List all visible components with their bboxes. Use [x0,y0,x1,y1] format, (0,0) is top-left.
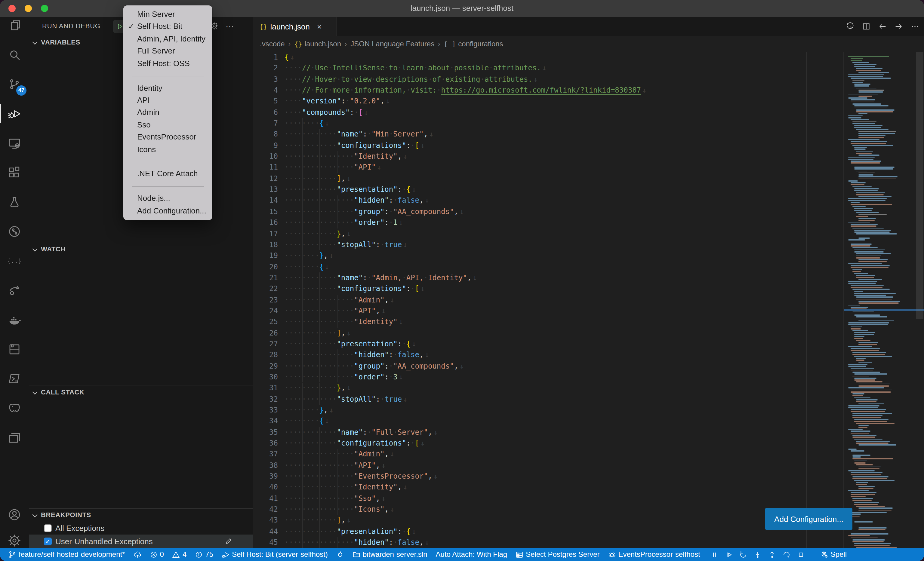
more-actions-icon[interactable] [911,22,919,31]
status-warning[interactable]: 4 [172,550,186,559]
status-branch[interactable]: feature/self-hosted-development* [8,550,125,559]
menu-item[interactable]: Identity [123,82,212,94]
status-flame[interactable] [336,551,344,558]
code-line[interactable]: ············],↓ [285,173,646,184]
code-line[interactable]: ················"API",↓ [285,305,646,317]
status-text[interactable]: Auto Attach: With Flag [436,550,507,559]
debug-control-continue[interactable] [725,551,733,558]
breadcrumb-item[interactable]: [ ]configurations [444,40,503,48]
status-bug[interactable]: EventsProcessor-selfhost [608,550,700,559]
code-line[interactable]: ············"presentation":·{↓ [285,184,646,195]
breadcrumb-item[interactable]: {}launch.json [294,40,341,48]
code-line[interactable]: ····//·Hover·to·view·descriptions·of·exi… [285,74,646,85]
code-line[interactable]: ················"EventsProcessor",↓ [285,471,646,482]
code-line[interactable]: ················"API",↓ [285,460,646,471]
breakpoint-row[interactable]: All Exceptions [29,521,253,534]
menu-item[interactable]: Node.js... [123,193,212,205]
code-line[interactable]: ············"configurations":·[↓ [285,438,646,449]
code-line[interactable]: ············},↓ [285,228,646,239]
activity-item-backup-sync-icon[interactable] [0,335,29,364]
unchecked-checkbox[interactable] [44,524,52,532]
debug-control-step-into[interactable] [754,551,762,558]
activity-item-live-share-icon[interactable] [0,276,29,305]
minimap[interactable] [843,52,916,548]
activity-item-powershell-icon[interactable] [0,364,29,393]
status-folder[interactable]: bitwarden-server.sln [352,550,428,559]
menu-item[interactable]: Min Server [123,8,212,21]
add-configuration-button[interactable]: Add Configuration... [765,508,852,530]
activity-item-window-panels-icon[interactable] [0,423,29,452]
debug-control-step-out[interactable] [768,551,776,558]
activity-item-remote-explorer-icon[interactable] [0,129,29,157]
menu-item[interactable]: Self Host: OSS [123,57,212,70]
code-line[interactable]: ····"version":·"0.2.0",↓ [285,96,646,107]
code-line[interactable]: ········{↓ [285,261,646,272]
code-line[interactable]: ················"order":·1↓ [285,217,646,228]
code-line[interactable]: ················"hidden":·false,↓ [285,537,646,548]
code-line[interactable]: ················"Admin",↓ [285,449,646,460]
status-info-circle[interactable]: 75 [195,550,213,559]
tab-launch-json[interactable]: {} launch.json × [253,17,337,36]
menu-item[interactable]: Sso [123,119,212,131]
section-breakpoints[interactable]: BREAKPOINTS [29,508,253,521]
section-watch[interactable]: WATCH [29,242,253,255]
code-line[interactable]: ············"name":·"Full·Server",↓ [285,426,646,438]
activity-item-postgresql-icon[interactable] [0,394,29,423]
debug-control-pause[interactable] [711,551,718,558]
code-line[interactable]: {↓ [285,52,646,63]
code-line[interactable]: ····//·Use·IntelliSense·to·learn·about·p… [285,63,646,74]
breadcrumb-item[interactable]: .vscode [260,40,285,48]
code-line[interactable]: ············"presentation":·{↓ [285,338,646,350]
code-line[interactable]: ············],↓ [285,515,646,526]
code-line[interactable]: ················"group":·"AA_compounds",… [285,361,646,372]
code-line[interactable]: ············"name":·"Admin,·API,·Identit… [285,272,646,284]
activity-item-account-icon[interactable] [0,500,29,529]
views-more-actions-icon[interactable]: ⋯ [226,22,235,31]
menu-item[interactable]: EventsProcessor [123,131,212,144]
code-lines[interactable]: {↓····//·Use·IntelliSense·to·learn·about… [285,52,646,548]
section-call-stack[interactable]: CALL STACK [29,385,253,399]
debug-control-stop[interactable] [797,551,805,558]
code-line[interactable]: ················"Sso",↓ [285,493,646,504]
activity-item-testing-icon[interactable] [0,188,29,217]
menu-item[interactable]: Full Server [123,45,212,57]
code-line[interactable]: ········},↓ [285,405,646,416]
menu-item[interactable]: Admin [123,107,212,119]
status-gear-minus[interactable]: Spell [820,550,847,559]
code-line[interactable]: ················"Identity"↓ [285,317,646,328]
code-line[interactable]: ················"group":·"AA_compounds",… [285,206,646,217]
code-line[interactable]: ············"configurations":·[↓ [285,140,646,151]
editor-scrollbar[interactable] [916,52,924,548]
activity-item-rest-client-icon[interactable]: {..} [0,247,29,275]
code-line[interactable]: ····"compounds":·[↓ [285,107,646,118]
activity-item-run-and-debug-icon[interactable] [0,99,29,128]
menu-item[interactable]: Icons [123,144,212,156]
activity-item-gitlens-icon[interactable] [0,217,29,246]
menu-item[interactable]: .NET Core Attach [123,168,212,180]
menu-item[interactable]: Add Configuration... [123,205,212,217]
code-line[interactable]: ········{↓ [285,118,646,129]
breadcrumb-item[interactable]: JSON Language Features [350,40,434,48]
code-line[interactable]: ············"stopAll":·true↓ [285,239,646,250]
debug-control-loop[interactable] [783,551,790,558]
code-line[interactable]: ················"API"↓ [285,162,646,173]
close-tab-icon[interactable]: × [317,22,321,31]
activity-item-docker-icon[interactable] [0,305,29,334]
code-line[interactable]: ················"order":·3↓ [285,372,646,383]
navigate-back-icon[interactable] [878,22,887,31]
code-line[interactable]: ················"Identity",↓ [285,482,646,493]
code-line[interactable]: ············"stopAll":·true↓ [285,393,646,405]
code-line[interactable]: ················"Identity",↓ [285,151,646,162]
split-editor-icon[interactable] [862,22,870,31]
menu-item[interactable]: Admin, API, Identity [123,33,212,45]
scrollbar-thumb[interactable] [916,52,923,319]
breakpoint-row[interactable]: ✓User-Unhandled Exceptions [29,534,253,548]
code-line[interactable]: ········},↓ [285,250,646,261]
status-error-circle[interactable]: 0 [150,550,164,559]
code-line[interactable]: ············"name":·"Min·Server",↓ [285,129,646,140]
navigate-forward-icon[interactable] [894,22,903,31]
code-line[interactable]: ············},↓ [285,383,646,394]
checked-checkbox[interactable]: ✓ [44,537,52,545]
status-server[interactable]: Select Postgres Server [516,550,600,559]
activity-item-source-control-icon[interactable]: 47 [0,70,29,99]
